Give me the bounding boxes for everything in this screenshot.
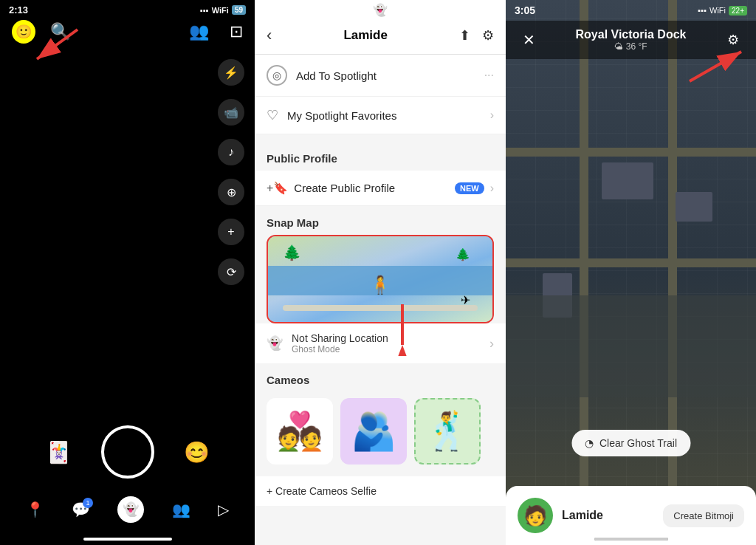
settings-button[interactable]: ⚙ (482, 27, 494, 44)
video-button[interactable]: 📹 (218, 99, 244, 126)
spotlight-section: ◎ Add To Spotlight ··· ♡ My Spotlight Fa… (255, 55, 506, 134)
map-status-icons: ▪▪▪ WiFi 22+ (698, 6, 747, 16)
cameo-item-3[interactable]: 🕺 (414, 398, 481, 465)
clear-ghost-trail-button[interactable]: ◔ Clear Ghost Trail (571, 430, 690, 456)
map-horizontal-road-2 (506, 258, 756, 267)
create-cameos-row[interactable]: + Create Cameos Selfie (255, 476, 506, 506)
add-friend-button[interactable]: 👥 (189, 22, 209, 41)
heart-icon: ♡ (267, 107, 278, 123)
cameo-item-1[interactable]: 💑 (267, 398, 333, 465)
spotlight-favorites-label: My Spotlight Favorites (287, 109, 490, 122)
share-button[interactable]: ⬆ (459, 27, 470, 44)
profile-panel: 👻 ‹ Lamide ⬆ ⚙ ◎ Add To Spotlight ··· ♡ … (255, 0, 506, 545)
create-bitmoji-button[interactable]: Create Bitmoji (663, 504, 744, 527)
memories-button[interactable]: 🃏 (46, 440, 72, 465)
map-nav-button[interactable]: 📍 (26, 501, 44, 518)
svg-line-5 (690, 52, 741, 81)
ghost-trail-icon: ◔ (585, 437, 594, 449)
camera-side-icons: ⚡ 📹 ♪ ⊕ + ⟳ (218, 59, 244, 285)
chat-badge: 1 (83, 498, 93, 508)
cameo-1-icon: 💑 (277, 410, 323, 453)
not-sharing-chevron-icon: › (489, 336, 494, 352)
back-button[interactable]: ‹ (267, 26, 272, 45)
battery-icon: 59 (232, 5, 246, 15)
favorites-chevron-icon: › (490, 109, 494, 122)
add-bookmark-icon: +🔖 (267, 181, 288, 195)
wifi-icon: WiFi (212, 6, 229, 15)
spotlight-icon: ◎ (267, 65, 287, 86)
snap-nav-button[interactable]: 👻 (117, 496, 144, 523)
scan-button[interactable]: ⊡ (230, 22, 243, 41)
ghost-map-icon: 👻 (267, 335, 283, 352)
camera-time: 2:13 (9, 4, 28, 16)
map-signal-icon: ▪▪▪ (698, 6, 707, 15)
map-wifi-icon: WiFi (709, 6, 726, 15)
spotlight-nav-button[interactable]: ▷ (218, 501, 229, 518)
cameos-header: Cameos (255, 363, 506, 392)
flip-camera-button[interactable]: ⟳ (218, 258, 244, 285)
user-card: 🧑 Lamide Create Bitmoji (506, 486, 756, 545)
profile-topbar: ‹ Lamide ⬆ ⚙ (255, 17, 506, 55)
arrow-gear (667, 15, 756, 89)
map-home-bar (594, 538, 668, 541)
add-to-spotlight-row[interactable]: ◎ Add To Spotlight ··· (255, 55, 506, 97)
cameo-2-icon: 🫂 (351, 410, 396, 453)
snap-map-header: Snap Map (255, 206, 506, 235)
public-profile-header: Public Profile (255, 142, 506, 171)
snapchat-top-icon: 👻 (373, 4, 388, 16)
map-time: 3:05 (515, 4, 535, 16)
add-button[interactable]: + (218, 219, 244, 245)
home-indicator (83, 538, 172, 541)
flash-button[interactable]: ⚡ (218, 59, 244, 86)
spotlight-more-icon: ··· (484, 69, 494, 82)
tree-icon-2: 🌲 (456, 247, 470, 261)
face-lens-button[interactable]: 😊 (184, 440, 210, 465)
cameos-grid: 💑 🫂 🕺 (255, 392, 506, 476)
create-profile-chevron-icon: › (490, 182, 494, 195)
create-public-profile-label: Create Public Profile (294, 182, 449, 194)
add-to-spotlight-label: Add To Spotlight (296, 69, 484, 82)
tree-icon-1: 🌲 (283, 244, 301, 261)
clear-ghost-trail-label: Clear Ghost Trail (599, 437, 677, 449)
profile-content: ◎ Add To Spotlight ··· ♡ My Spotlight Fa… (255, 55, 506, 545)
signal-icon: ▪▪▪ (200, 6, 209, 15)
music-button[interactable]: ♪ (218, 139, 244, 165)
shutter-button[interactable] (101, 425, 154, 479)
create-cameos-label: + Create Cameos Selfie (267, 485, 377, 497)
building-2 (676, 192, 712, 222)
camera-panel: 2:13 ▪▪▪ WiFi 59 🙂 🔍 👥 ⊡ ⚡ 📹 ♪ ⊕ + ⟳ (0, 0, 255, 545)
user-avatar: 🧑 (518, 498, 553, 533)
profile-title: Lamide (343, 28, 388, 43)
gallery-button[interactable]: ⊕ (218, 179, 244, 205)
my-spotlight-favorites-row[interactable]: ♡ My Spotlight Favorites › (255, 97, 506, 134)
chat-nav-button[interactable]: 💬 1 (72, 501, 90, 518)
avatar-icon: 🧑 (523, 504, 547, 527)
camera-bottom-controls: 🃏 😊 📍 💬 1 👻 👥 ▷ (0, 425, 255, 545)
map-vertical-road (580, 0, 588, 545)
map-panel: 3:05 ▪▪▪ WiFi 22+ ✕ Royal Victoria Dock … (506, 0, 756, 545)
cameo-item-2[interactable]: 🫂 (340, 398, 407, 465)
profile-topbar-icons: ⬆ ⚙ (459, 27, 494, 44)
arrow-map (373, 297, 432, 356)
ground-overlay (506, 295, 756, 397)
user-name-map: Lamide (562, 509, 654, 522)
arrow-bitmoji (11, 15, 92, 81)
bitmoji-map-pin: 🧍 (369, 275, 391, 295)
create-public-profile-row[interactable]: +🔖 Create Public Profile NEW › (255, 171, 506, 206)
map-close-button[interactable]: ✕ (518, 29, 540, 51)
cameo-3-icon: 🕺 (425, 410, 470, 453)
friends-nav-button[interactable]: 👥 (172, 501, 190, 518)
map-battery-icon: 22+ (729, 6, 747, 16)
map-horizontal-road (506, 148, 756, 157)
svg-line-1 (37, 30, 78, 59)
bottom-navigation: 📍 💬 1 👻 👥 ▷ (0, 496, 255, 523)
new-badge: NEW (455, 182, 484, 194)
plane-icon: ✈ (461, 293, 470, 307)
building-1 (602, 162, 653, 199)
